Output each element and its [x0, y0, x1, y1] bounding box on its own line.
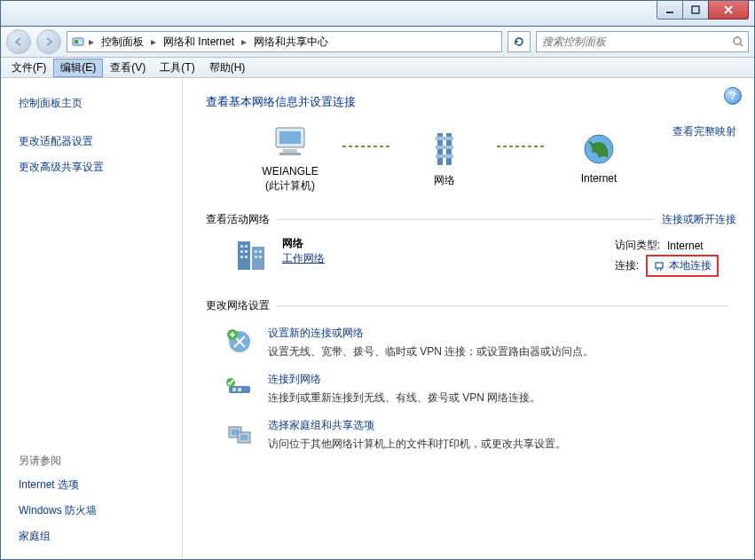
menu-file[interactable]: 文件(F) [4, 59, 53, 77]
svg-rect-6 [279, 131, 301, 144]
address-bar[interactable]: ▸ 控制面板 ▸ 网络和 Internet ▸ 网络和共享中心 [67, 31, 502, 52]
task-new-connection-desc: 设置无线、宽带、拨号、临时或 VPN 连接；或设置路由器或访问点。 [268, 344, 594, 359]
breadcrumb-item[interactable]: 网络和共享中心 [250, 35, 332, 50]
sidebar-advshare-link[interactable]: 更改高级共享设置 [19, 160, 182, 175]
close-button[interactable] [708, 1, 749, 20]
svg-rect-22 [240, 256, 243, 258]
svg-rect-13 [436, 154, 453, 158]
see-also-label: 另请参阅 [19, 454, 182, 469]
search-input[interactable] [540, 35, 732, 49]
map-node-network: 网络 [396, 130, 493, 188]
full-map-link[interactable]: 查看完整映射 [672, 124, 736, 139]
new-connection-icon [224, 326, 256, 358]
help-icon[interactable]: ? [724, 87, 742, 105]
this-pc-sub: (此计算机) [262, 179, 318, 193]
chevron-right-icon: ▸ [87, 35, 96, 48]
refresh-icon [513, 35, 525, 48]
this-pc-name: WEIANGLE [262, 165, 318, 179]
network-type-link[interactable]: 工作网络 [282, 252, 325, 264]
forward-icon [43, 36, 54, 47]
map-line [497, 146, 547, 147]
svg-rect-3 [75, 40, 78, 43]
connection-highlight: 本地连接 [646, 255, 719, 277]
svg-rect-17 [252, 247, 264, 270]
homegroup-icon [224, 418, 256, 450]
svg-rect-27 [259, 256, 262, 258]
sidebar-adapter-link[interactable]: 更改适配器设置 [19, 134, 182, 149]
minimize-button[interactable] [657, 1, 683, 20]
svg-rect-32 [232, 388, 236, 391]
map-node-internet: Internet [550, 131, 648, 186]
sidebar-inetopt-link[interactable]: Internet 选项 [19, 477, 182, 493]
maximize-button[interactable] [682, 1, 709, 20]
ethernet-icon [653, 260, 665, 272]
svg-rect-24 [255, 250, 257, 253]
task-homegroup-link[interactable]: 选择家庭组和共享选项 [268, 419, 374, 431]
page-title: 查看基本网络信息并设置连接 [206, 94, 736, 110]
map-line [342, 146, 392, 147]
svg-rect-18 [240, 245, 243, 248]
svg-rect-23 [245, 256, 248, 258]
svg-rect-26 [255, 256, 257, 258]
active-network: 网络 工作网络 访问类型: Internet 连接: [206, 236, 736, 279]
search-icon [732, 35, 744, 48]
menu-edit[interactable]: 编辑(E) [53, 59, 103, 77]
titlebar [1, 1, 754, 27]
active-networks-title: 查看活动网络 [206, 212, 270, 227]
back-icon [13, 36, 24, 47]
svg-rect-25 [259, 250, 262, 253]
menu-view[interactable]: 查看(V) [103, 59, 153, 77]
internet-label: Internet [581, 172, 617, 186]
search-box[interactable] [536, 31, 749, 52]
menu-help[interactable]: 帮助(H) [202, 59, 253, 77]
network-name: 网络 [282, 236, 325, 251]
svg-rect-20 [240, 250, 243, 253]
office-network-icon [232, 236, 271, 279]
connect-disconnect-link[interactable]: 连接或断开连接 [662, 212, 736, 227]
globe-icon [581, 131, 617, 167]
breadcrumb-item[interactable]: 控制面板 [98, 35, 147, 50]
connect-icon [224, 372, 256, 404]
refresh-button[interactable] [507, 31, 531, 52]
chevron-right-icon: ▸ [149, 35, 158, 48]
svg-rect-1 [692, 6, 699, 13]
chevron-right-icon: ▸ [240, 35, 248, 48]
sidebar-home-link[interactable]: 控制面板主页 [19, 96, 182, 111]
content: ? 查看基本网络信息并设置连接 查看完整映射 WEIANGLE (此计算机) [183, 78, 754, 560]
task-homegroup-desc: 访问位于其他网络计算机上的文件和打印机，或更改共享设置。 [268, 437, 566, 452]
access-type-label: 访问类型: [615, 238, 660, 253]
navbar: ▸ 控制面板 ▸ 网络和 Internet ▸ 网络和共享中心 [1, 27, 754, 58]
svg-rect-11 [436, 137, 453, 140]
back-button[interactable] [6, 29, 31, 54]
menu-tools[interactable]: 工具(T) [153, 59, 201, 77]
svg-rect-33 [238, 388, 241, 391]
control-panel-icon [71, 35, 85, 49]
change-settings-title: 更改网络设置 [206, 298, 270, 313]
access-type-value: Internet [667, 240, 704, 252]
network-map: 查看完整映射 WEIANGLE (此计算机) 网络 [206, 124, 736, 193]
sidebar-homegroup-link[interactable]: 家庭组 [19, 529, 182, 544]
local-connection-link[interactable]: 本地连接 [669, 258, 712, 273]
forward-button[interactable] [36, 29, 61, 54]
connection-label: 连接: [615, 258, 639, 273]
task-new-connection: 设置新的连接或网络 设置无线、宽带、拨号、临时或 VPN 连接；或设置路由器或访… [206, 326, 736, 359]
svg-rect-19 [245, 245, 248, 248]
maximize-icon [691, 5, 700, 14]
window-buttons [657, 1, 749, 19]
svg-rect-28 [656, 263, 663, 268]
window: ▸ 控制面板 ▸ 网络和 Internet ▸ 网络和共享中心 文件(F) 编辑… [0, 0, 755, 560]
svg-point-4 [734, 37, 741, 44]
task-new-connection-link[interactable]: 设置新的连接或网络 [268, 327, 364, 339]
close-icon [723, 4, 734, 15]
active-networks-header: 查看活动网络 连接或断开连接 [206, 212, 736, 227]
network-label: 网络 [434, 174, 455, 188]
breadcrumb-item[interactable]: 网络和 Internet [160, 35, 238, 50]
svg-rect-7 [283, 149, 297, 153]
change-settings-header: 更改网络设置 [206, 298, 736, 313]
sidebar-firewall-link[interactable]: Windows 防火墙 [19, 503, 182, 518]
body: 控制面板主页 更改适配器设置 更改高级共享设置 另请参阅 Internet 选项… [1, 78, 754, 560]
map-node-this-pc: WEIANGLE (此计算机) [241, 124, 339, 193]
sidebar: 控制面板主页 更改适配器设置 更改高级共享设置 另请参阅 Internet 选项… [1, 78, 183, 560]
svg-rect-12 [436, 146, 453, 149]
task-connect-link[interactable]: 连接到网络 [268, 373, 321, 385]
